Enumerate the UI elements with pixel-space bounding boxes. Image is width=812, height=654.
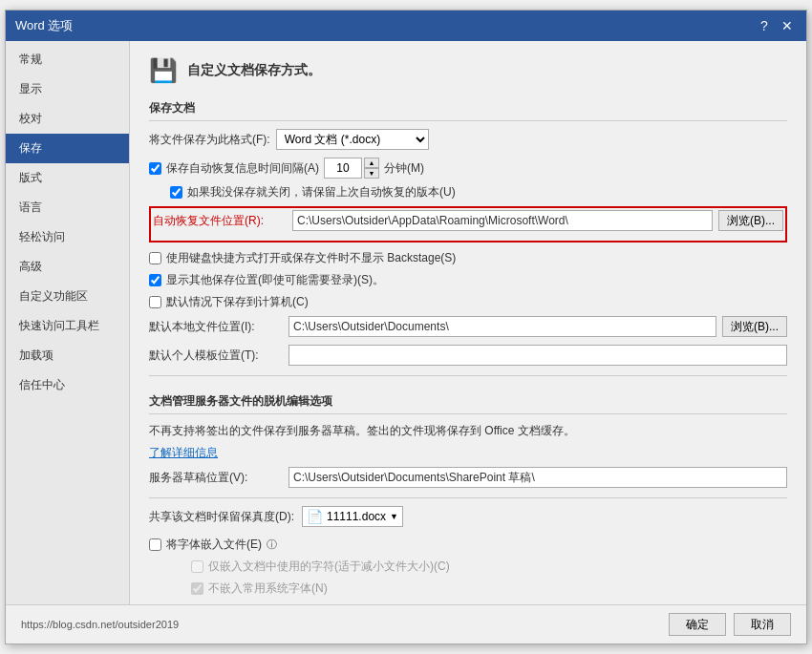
server-path-input[interactable]	[288, 467, 787, 488]
autorecovery-path-row: 自动恢复文件位置(R): 浏览(B)...	[153, 210, 783, 231]
autosave-row: 保存自动恢复信息时间间隔(A) ▲ ▼ 分钟(M)	[149, 158, 787, 179]
autorecovery-highlighted-row: 自动恢复文件位置(R): 浏览(B)...	[149, 206, 787, 243]
sidebar: 常规 显示 校对 保存 版式 语言 轻松访问 高级 自定义功能区 快速访问工具栏…	[6, 41, 130, 604]
save-docs-group-title: 保存文档	[149, 100, 787, 121]
default-template-label: 默认个人模板位置(T):	[149, 348, 283, 364]
embed-only-checkbox[interactable]	[191, 560, 203, 573]
keep-last-checkbox[interactable]	[170, 186, 182, 199]
autorecovery-label: 自动恢复文件位置(R):	[153, 213, 287, 229]
default-local-row: 默认本地文件位置(I): 浏览(B)...	[149, 316, 787, 337]
embed-fonts-label[interactable]: 将字体嵌入文件(E)	[166, 537, 262, 553]
dropdown-arrow-icon: ▼	[390, 512, 398, 521]
save-icon: 💾	[149, 56, 178, 85]
word-options-dialog: Word 选项 ? ✕ 常规 显示 校对 保存 版式 语言 轻松访问 高级 自定…	[5, 10, 807, 644]
autosave-minutes-group: ▲ ▼	[324, 158, 379, 179]
cancel-button[interactable]: 取消	[734, 613, 791, 636]
default-offline-label[interactable]: 默认情况下保存到计算机(C)	[166, 294, 309, 310]
sidebar-item-proofing[interactable]: 校对	[6, 104, 129, 134]
sidebar-item-quick-access[interactable]: 快速访问工具栏	[6, 311, 129, 341]
default-offline-checkbox[interactable]	[149, 296, 161, 308]
no-common-fonts-label[interactable]: 不嵌入常用系统字体(N)	[208, 580, 328, 597]
embed-only-label[interactable]: 仅嵌入文档中使用的字符(适于减小文件大小)(C)	[208, 559, 450, 575]
server-path-label: 服务器草稿位置(V):	[149, 470, 283, 486]
keep-last-row: 如果我没保存就关闭，请保留上次自动恢复的版本(U)	[149, 184, 787, 200]
share-label: 共享该文档时保留保真度(D):	[149, 509, 294, 525]
format-select[interactable]: Word 文档 (*.docx)	[276, 129, 429, 150]
section-header: 💾 自定义文档保存方式。	[149, 56, 787, 85]
share-doc-value: 11111.docx	[327, 510, 386, 523]
share-section: 共享该文档时保留保真度(D): 📄 11111.docx ▼ 将字体嵌入文件(E…	[149, 497, 787, 597]
default-template-row: 默认个人模板位置(T):	[149, 345, 787, 366]
autosave-label[interactable]: 保存自动恢复信息时间间隔(A)	[166, 160, 319, 177]
main-content: 💾 自定义文档保存方式。 保存文档 将文件保存为此格式(F): Word 文档 …	[130, 41, 806, 604]
show-other-checkbox[interactable]	[149, 274, 161, 286]
sidebar-item-addins[interactable]: 加载项	[6, 341, 129, 370]
default-local-input[interactable]	[288, 316, 716, 337]
sidebar-item-trust-center[interactable]: 信任中心	[6, 370, 129, 400]
sidebar-item-customize-ribbon[interactable]: 自定义功能区	[6, 282, 129, 311]
sidebar-item-language[interactable]: 语言	[6, 193, 129, 222]
share-row: 共享该文档时保留保真度(D): 📄 11111.docx ▼	[149, 506, 787, 527]
format-label: 将文件保存为此格式(F):	[149, 132, 270, 148]
section-title: 自定义文档保存方式。	[187, 62, 321, 79]
spin-up[interactable]: ▲	[364, 158, 379, 168]
browse-autorecovery-button[interactable]: 浏览(B)...	[718, 210, 783, 231]
server-group-title: 文档管理服务器文件的脱机编辑选项	[149, 393, 787, 414]
no-common-fonts-checkbox[interactable]	[191, 582, 203, 595]
ok-button[interactable]: 确定	[669, 613, 726, 636]
default-template-input[interactable]	[288, 345, 787, 366]
default-offline-row: 默认情况下保存到计算机(C)	[149, 294, 787, 310]
autosave-minutes-input[interactable]	[324, 158, 362, 179]
close-button[interactable]: ✕	[778, 16, 797, 35]
browse-local-button[interactable]: 浏览(B)...	[722, 316, 787, 337]
share-dropdown[interactable]: 📄 11111.docx ▼	[302, 506, 403, 527]
embed-fonts-row: 将字体嵌入文件(E) ⓘ	[149, 537, 787, 553]
title-bar: Word 选项 ? ✕	[6, 11, 806, 41]
autosave-unit: 分钟(M)	[384, 160, 424, 177]
footer-url: https://blog.csdn.net/outsider2019	[21, 619, 179, 630]
autorecovery-path-input[interactable]	[292, 210, 713, 231]
info-icon: ⓘ	[267, 538, 277, 552]
sidebar-item-general[interactable]: 常规	[6, 45, 129, 74]
sidebar-item-display[interactable]: 显示	[6, 74, 129, 104]
no-common-fonts-row: 不嵌入常用系统字体(N)	[149, 580, 787, 597]
content-area: 常规 显示 校对 保存 版式 语言 轻松访问 高级 自定义功能区 快速访问工具栏…	[6, 41, 806, 604]
help-button[interactable]: ?	[755, 16, 774, 35]
embed-only-row: 仅嵌入文档中使用的字符(适于减小文件大小)(C)	[149, 559, 787, 575]
sidebar-item-layout[interactable]: 版式	[6, 163, 129, 193]
footer: https://blog.csdn.net/outsider2019 确定 取消	[6, 604, 806, 643]
sidebar-item-save[interactable]: 保存	[6, 134, 129, 163]
sidebar-item-accessibility[interactable]: 轻松访问	[6, 222, 129, 252]
title-controls: ? ✕	[755, 16, 797, 35]
learn-more-link[interactable]: 了解详细信息	[149, 446, 218, 459]
show-other-row: 显示其他保存位置(即使可能需要登录)(S)。	[149, 272, 787, 288]
dialog-title: Word 选项	[15, 17, 73, 34]
keyboard-shortcut-checkbox[interactable]	[149, 252, 161, 264]
format-row: 将文件保存为此格式(F): Word 文档 (*.docx)	[149, 129, 787, 150]
sidebar-item-advanced[interactable]: 高级	[6, 252, 129, 282]
keep-last-label[interactable]: 如果我没保存就关闭，请保留上次自动恢复的版本(U)	[187, 184, 456, 200]
doc-icon: 📄	[307, 509, 323, 524]
spin-buttons: ▲ ▼	[364, 158, 379, 179]
keyboard-shortcut-label[interactable]: 使用键盘快捷方式打开或保存文件时不显示 Backstage(S)	[166, 250, 456, 266]
show-other-label[interactable]: 显示其他保存位置(即使可能需要登录)(S)。	[166, 272, 384, 288]
spin-down[interactable]: ▼	[364, 168, 379, 179]
server-path-row: 服务器草稿位置(V):	[149, 467, 787, 488]
server-section: 文档管理服务器文件的脱机编辑选项 不再支持将签出的文件保存到服务器草稿。签出的文…	[149, 375, 787, 488]
embed-fonts-checkbox[interactable]	[149, 538, 161, 551]
autosave-checkbox[interactable]	[149, 162, 161, 175]
keyboard-shortcut-row: 使用键盘快捷方式打开或保存文件时不显示 Backstage(S)	[149, 250, 787, 266]
server-section-text: 不再支持将签出的文件保存到服务器草稿。签出的文件现将保存到 Office 文档缓…	[149, 422, 787, 439]
default-local-label: 默认本地文件位置(I):	[149, 319, 283, 335]
